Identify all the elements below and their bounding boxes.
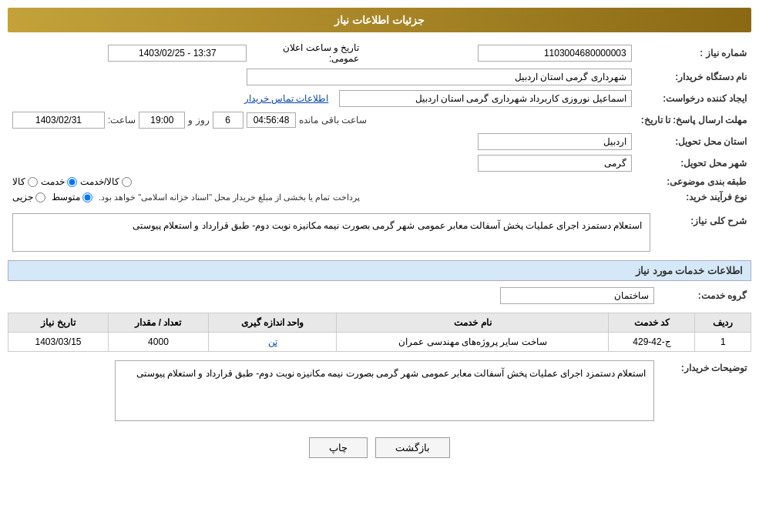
services-info-title: اطلاعات خدمات مورد نیاز [8, 260, 751, 281]
purchase-motavasset-item: متوسط [52, 192, 92, 202]
purchase-jozi-item: جزیی [12, 192, 45, 202]
creator-value-cell: اسماعیل نوروزی کاربرداد شهرداری گرمی است… [8, 88, 636, 109]
page-container: جزئیات اطلاعات نیاز شماره نیاز : 1103004… [0, 0, 759, 532]
announce-value-field: 1403/02/25 - 13:37 [108, 45, 247, 62]
contact-link[interactable]: اطلاعات تماس خریدار [244, 93, 329, 104]
city-label: شهر محل تحویل: [636, 152, 751, 174]
deadline-time-field: 19:00 [139, 112, 185, 129]
service-group-value-cell: ساختمان [8, 285, 659, 306]
buyer-desc-table: توضیحات خریدار: [8, 358, 751, 426]
need-number-field: 1103004680000003 [478, 45, 632, 62]
purchase-motavasset-radio[interactable] [82, 192, 92, 202]
category-kala-label: کالا [12, 176, 25, 187]
col-name: نام خدمت [337, 313, 609, 333]
cell-row: 1 [695, 333, 751, 352]
col-unit: واحد اندازه گیری [208, 313, 336, 333]
deadline-date-field: 1403/02/31 [12, 112, 105, 129]
need-summary-value-cell: استعلام دستمزد اجرای عملیات پخش آسفالت م… [8, 211, 659, 254]
services-table: ردیف کد خدمت نام خدمت واحد اندازه گیری ت… [8, 313, 751, 352]
cell-code: ج-42-429 [609, 333, 695, 352]
city-field: گرمی [478, 155, 632, 172]
category-label: طبقه بندی موضوعی: [636, 174, 751, 189]
deadline-value-cell: 1403/02/31 ساعت: 19:00 روز و 6 04:56:48 … [8, 109, 636, 131]
footer-buttons: بازگشت چاپ [8, 437, 751, 458]
province-field: اردبیل [478, 133, 632, 150]
org-name-label: نام دستگاه خریدار: [636, 66, 751, 88]
buyer-desc-field[interactable] [115, 360, 654, 421]
creator-label: ایجاد کننده درخواست: [636, 88, 751, 109]
deadline-timer: 04:56:48 [247, 112, 297, 128]
province-label: استان محل تحویل: [636, 131, 751, 152]
category-khedmat-label: خدمت [41, 176, 65, 187]
main-info-table: شماره نیاز : 1103004680000003 تاریخ و سا… [8, 40, 751, 205]
need-number-value: 1103004680000003 [367, 40, 636, 66]
category-kala-khedmat-radio[interactable] [122, 177, 132, 187]
purchase-motavasset-label: متوسط [52, 192, 80, 202]
need-number-label: شماره نیاز : [636, 40, 751, 66]
service-group-field: ساختمان [500, 287, 654, 304]
col-code: کد خدمت [609, 313, 695, 333]
category-khedmat-radio[interactable] [67, 177, 77, 187]
page-header: جزئیات اطلاعات نیاز [8, 8, 751, 32]
category-kala-item: کالا [12, 176, 38, 187]
announce-value-cell: 1403/02/25 - 13:37 [8, 40, 251, 66]
deadline-days-label: روز و [188, 115, 209, 125]
back-button[interactable]: بازگشت [375, 437, 450, 458]
province-value-cell: اردبیل [8, 131, 636, 152]
service-group-table: گروه خدمت: ساختمان [8, 285, 751, 306]
cell-name: ساخت سایر پروژه‌های مهندسی عمران [337, 333, 609, 352]
category-khedmat-item: خدمت [41, 176, 77, 187]
purchase-jozi-label: جزیی [12, 192, 33, 202]
purchase-type-cell: جزیی متوسط پرداخت تمام یا بخشی از مبلغ خ… [8, 189, 636, 205]
buyer-desc-label: توضیحات خریدار: [659, 358, 751, 426]
purchase-type-label: نوع فرآیند خرید: [636, 189, 751, 205]
col-row: ردیف [695, 313, 751, 333]
category-options-cell: کالا خدمت کالا/خدمت [8, 174, 636, 189]
table-row: 1 ج-42-429 ساخت سایر پروژه‌های مهندسی عم… [8, 333, 751, 352]
need-summary-table: شرح کلی نیاز: استعلام دستمزد اجرای عملیا… [8, 211, 751, 254]
buyer-desc-value-cell [8, 358, 659, 426]
cell-unit: تن [208, 333, 336, 352]
deadline-days-field: 6 [213, 112, 243, 129]
need-summary-label: شرح کلی نیاز: [659, 211, 751, 254]
category-kala-radio[interactable] [28, 177, 38, 187]
deadline-time-label: ساعت: [108, 115, 136, 125]
city-value-cell: گرمی [8, 152, 636, 174]
org-name-field: شهرداری گرمی استان اردبیل [247, 69, 632, 85]
org-name-value-cell: شهرداری گرمی استان اردبیل [8, 66, 636, 88]
service-group-label: گروه خدمت: [659, 285, 751, 306]
announce-label: تاریخ و ساعت اعلان عمومی: [251, 40, 367, 66]
cell-date: 1403/03/15 [8, 333, 109, 352]
col-date: تاریخ نیاز [8, 313, 109, 333]
purchase-note: پرداخت تمام یا بخشی از مبلغ خریدار محل "… [99, 192, 360, 202]
print-button[interactable]: چاپ [309, 437, 368, 458]
header-title: جزئیات اطلاعات نیاز [334, 14, 425, 26]
deadline-remaining-label: ساعت باقی مانده [299, 115, 367, 125]
cell-quantity: 4000 [109, 333, 209, 352]
need-summary-field: استعلام دستمزد اجرای عملیات پخش آسفالت م… [12, 213, 650, 252]
category-kala-khedmat-item: کالا/خدمت [80, 176, 132, 187]
creator-field: اسماعیل نوروزی کاربرداد شهرداری گرمی است… [339, 90, 632, 107]
deadline-label: مهلت ارسال پاسخ: تا تاریخ: [636, 109, 751, 131]
purchase-jozi-radio[interactable] [35, 192, 45, 202]
col-qty: تعداد / مقدار [109, 313, 209, 333]
category-kala-khedmat-label: کالا/خدمت [80, 176, 119, 187]
